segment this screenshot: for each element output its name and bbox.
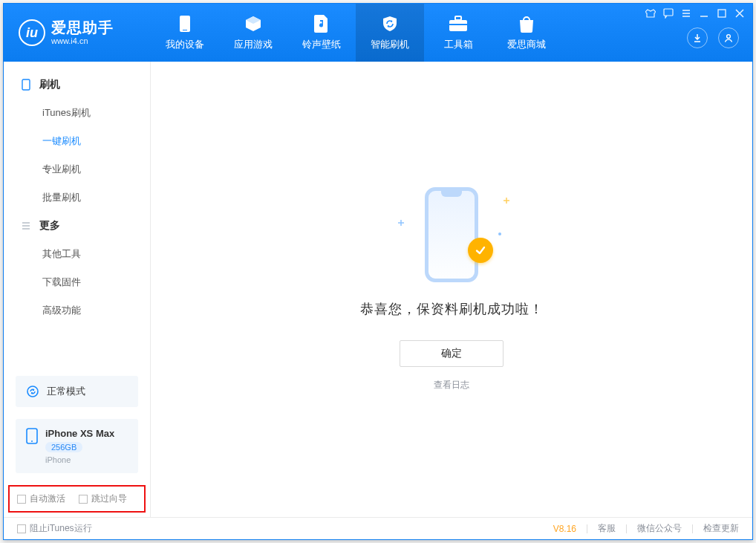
sidebar-item-pro[interactable]: 专业刷机 <box>4 155 150 183</box>
sidebar: 刷机 iTunes刷机 一键刷机 专业刷机 批量刷机 更多 其他工具 下载固件 … <box>4 62 151 517</box>
svg-rect-4 <box>449 24 467 25</box>
svg-rect-3 <box>455 16 461 20</box>
toolbox-icon <box>449 14 468 33</box>
success-message: 恭喜您，保资料刷机成功啦！ <box>360 300 544 318</box>
device-panel[interactable]: iPhone XS Max 256GB iPhone <box>16 419 138 473</box>
nav-label: 应用游戏 <box>234 38 273 51</box>
checkbox-block-itunes[interactable]: 阻止iTunes运行 <box>17 522 92 535</box>
checkbox-icon <box>17 524 26 533</box>
close-icon[interactable] <box>733 7 746 20</box>
header-actions <box>687 27 739 48</box>
checkbox-icon <box>79 495 88 504</box>
sparkle-icon <box>504 198 509 204</box>
footer-right: V8.16 客服 微信公众号 检查更新 <box>553 522 739 535</box>
footer-link-service[interactable]: 客服 <box>598 522 616 535</box>
device-phone-icon <box>26 428 38 444</box>
group-label: 更多 <box>39 219 60 233</box>
svg-rect-5 <box>664 9 673 16</box>
footer-link-update[interactable]: 检查更新 <box>703 522 739 535</box>
mode-label: 正常模式 <box>47 385 85 398</box>
music-file-icon <box>312 14 331 33</box>
sidebar-group-flash[interactable]: 刷机 <box>4 71 150 99</box>
nav-label: 我的设备 <box>166 38 204 51</box>
main-content: 恭喜您，保资料刷机成功啦！ 确定 查看日志 <box>151 62 752 517</box>
svg-point-11 <box>31 440 33 442</box>
footer-link-wechat[interactable]: 微信公众号 <box>637 522 682 535</box>
nav-toolbox[interactable]: 工具箱 <box>424 4 492 62</box>
mode-panel[interactable]: 正常模式 <box>16 376 138 407</box>
ok-button[interactable]: 确定 <box>400 340 504 367</box>
checkbox-label: 自动激活 <box>30 492 65 505</box>
sidebar-item-itunes[interactable]: iTunes刷机 <box>4 99 150 127</box>
nav-label: 智能刷机 <box>371 38 409 51</box>
svg-point-12 <box>498 233 501 235</box>
header: iu 爱思助手 www.i4.cn 我的设备 应用游戏 <box>4 4 752 62</box>
svg-rect-2 <box>449 20 467 31</box>
svg-rect-6 <box>718 10 726 17</box>
minimize-icon[interactable] <box>697 7 711 20</box>
version-label: V8.16 <box>553 524 576 534</box>
list-icon <box>20 220 32 232</box>
phone-icon <box>175 14 195 33</box>
sidebar-item-batch[interactable]: 批量刷机 <box>4 183 150 212</box>
shield-refresh-icon <box>380 14 400 33</box>
sidebar-item-download-fw[interactable]: 下载固件 <box>4 268 150 296</box>
brand-name: 爱思助手 <box>51 19 114 36</box>
refresh-icon <box>26 385 39 398</box>
device-name: iPhone XS Max <box>45 428 114 439</box>
nav-apps[interactable]: 应用游戏 <box>219 4 287 62</box>
maximize-icon[interactable] <box>715 7 729 20</box>
success-illustration <box>407 187 496 284</box>
nav-label: 爱思商城 <box>507 38 546 51</box>
body: 刷机 iTunes刷机 一键刷机 专业刷机 批量刷机 更多 其他工具 下载固件 … <box>4 62 752 517</box>
sidebar-group-more[interactable]: 更多 <box>4 212 150 240</box>
sidebar-menu: 刷机 iTunes刷机 一键刷机 专业刷机 批量刷机 更多 其他工具 下载固件 … <box>4 62 150 371</box>
sparkle-icon <box>398 220 404 226</box>
svg-point-7 <box>727 35 731 39</box>
group-label: 刷机 <box>39 78 60 91</box>
nav-label: 铃声壁纸 <box>302 38 341 51</box>
app-window: iu 爱思助手 www.i4.cn 我的设备 应用游戏 <box>3 3 753 540</box>
checkbox-label: 阻止iTunes运行 <box>30 522 92 535</box>
brand-subtitle: www.i4.cn <box>51 36 114 46</box>
window-controls <box>644 7 746 20</box>
brand: iu 爱思助手 www.i4.cn <box>4 4 151 62</box>
top-nav: 我的设备 应用游戏 铃声壁纸 智能刷机 <box>151 4 561 62</box>
checkbox-label: 跳过向导 <box>91 492 127 505</box>
checkbox-skip-guide[interactable]: 跳过向导 <box>79 492 127 505</box>
checkbox-auto-activate[interactable]: 自动激活 <box>17 492 65 505</box>
shirt-icon[interactable] <box>644 7 657 20</box>
download-button-icon[interactable] <box>687 27 708 48</box>
phone-illustration-icon <box>425 187 478 282</box>
sidebar-item-advanced[interactable]: 高级功能 <box>4 296 150 325</box>
status-bar: 阻止iTunes运行 V8.16 客服 微信公众号 检查更新 <box>4 517 752 539</box>
bag-icon <box>517 14 536 33</box>
brand-logo-icon: iu <box>19 19 45 46</box>
dot-icon <box>498 232 504 238</box>
phone-outline-icon <box>20 79 32 91</box>
device-storage: 256GB <box>45 442 82 452</box>
nav-ringtone[interactable]: 铃声壁纸 <box>287 4 356 62</box>
menu-icon[interactable] <box>680 7 693 20</box>
checkbox-icon <box>17 495 26 504</box>
nav-label: 工具箱 <box>444 38 473 51</box>
options-highlight-box: 自动激活 跳过向导 <box>8 485 146 513</box>
feedback-icon[interactable] <box>662 7 675 20</box>
view-log-link[interactable]: 查看日志 <box>434 379 469 391</box>
svg-rect-1 <box>183 30 187 30</box>
check-badge-icon <box>468 238 493 263</box>
cube-icon <box>244 14 263 33</box>
device-type: iPhone <box>45 455 114 464</box>
nav-store[interactable]: 爱思商城 <box>492 4 561 62</box>
svg-rect-8 <box>22 79 30 90</box>
svg-rect-0 <box>180 16 190 32</box>
nav-my-device[interactable]: 我的设备 <box>151 4 219 62</box>
sidebar-item-other-tools[interactable]: 其他工具 <box>4 240 150 268</box>
svg-point-9 <box>27 386 38 397</box>
sidebar-item-oneclick[interactable]: 一键刷机 <box>4 127 150 155</box>
nav-flash[interactable]: 智能刷机 <box>356 4 424 62</box>
user-button-icon[interactable] <box>718 27 739 48</box>
